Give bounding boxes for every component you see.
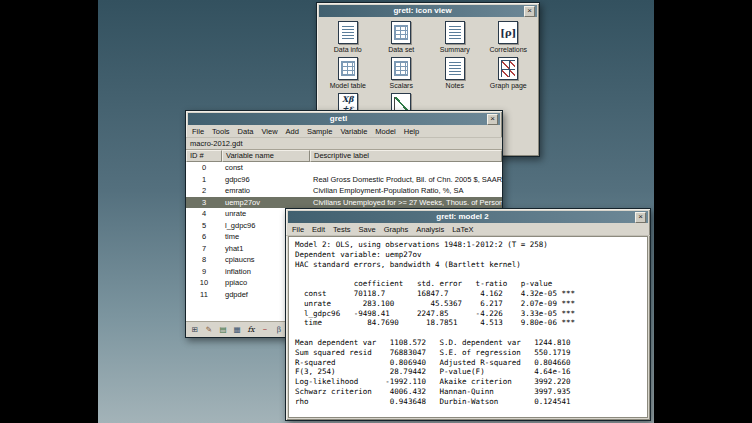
window-title: gretl: model 2: [290, 211, 635, 223]
menu-item[interactable]: File: [188, 126, 208, 137]
session-icon-grid: Data info Data set Summary Correlations …: [317, 17, 539, 118]
menu-item[interactable]: Sample: [303, 126, 336, 137]
session-icon-item[interactable]: Data info: [321, 21, 375, 54]
session-object-icon: [338, 57, 358, 80]
window-title: gretl: [190, 113, 487, 125]
session-icon-item[interactable]: Model table: [321, 57, 375, 90]
cell-id: 11: [186, 289, 222, 301]
icon-view-titlebar[interactable]: gretl: icon view ×: [319, 5, 537, 17]
toolbar-icon[interactable]: β: [273, 324, 285, 336]
cell-id: 8: [186, 254, 222, 266]
table-row[interactable]: 2 emratio Civilian Employment-Population…: [186, 185, 502, 197]
column-header-name[interactable]: Variable name: [222, 150, 310, 162]
menu-item[interactable]: Graphs: [380, 224, 413, 235]
menu-item[interactable]: Tests: [329, 224, 355, 235]
session-object-icon: [338, 21, 358, 44]
session-icon-label: Summary: [428, 46, 482, 54]
model-titlebar[interactable]: gretl: model 2 ×: [288, 211, 648, 223]
menu-item[interactable]: View: [257, 126, 281, 137]
cell-variable-name: uemp27ov: [222, 197, 310, 209]
session-icon-label: Data info: [321, 46, 375, 54]
screen: { "chrome": { "close": "×" }, "colors": …: [0, 0, 752, 423]
menu-item[interactable]: LaTeX: [448, 224, 477, 235]
main-titlebar[interactable]: gretl ×: [188, 113, 500, 125]
close-icon[interactable]: ×: [487, 114, 498, 125]
cell-descriptive-label: Civilians Unemployed for >= 27 Weeks, Th…: [310, 197, 502, 209]
cell-id: 10: [186, 277, 222, 289]
main-menubar: File Tools Data View Add Sample Variable…: [186, 125, 502, 138]
cell-id: 5: [186, 220, 222, 232]
column-header-id[interactable]: ID #: [186, 150, 222, 162]
model-output-text: Model 2: OLS, using observations 1948:1-…: [289, 237, 647, 410]
cell-id: 6: [186, 231, 222, 243]
model-window: gretl: model 2 × File Edit Tests Save Gr…: [285, 208, 651, 421]
toolbar-icon[interactable]: fx: [245, 324, 257, 336]
menu-item[interactable]: Help: [400, 126, 423, 137]
session-icon-item[interactable]: Correlations: [482, 21, 536, 54]
session-object-icon: [391, 21, 411, 44]
cell-id: 1: [186, 174, 222, 186]
cell-descriptive-label: [310, 162, 502, 174]
cell-id: 4: [186, 208, 222, 220]
table-row[interactable]: 0 const: [186, 162, 502, 174]
toolbar-icon[interactable]: ⊞: [189, 324, 201, 336]
menu-item[interactable]: Save: [355, 224, 380, 235]
cell-id: 7: [186, 243, 222, 255]
session-object-icon: [498, 57, 518, 80]
session-object-icon: [498, 21, 518, 44]
table-row[interactable]: 1 gdpc96 Real Gross Domestic Product, Bi…: [186, 174, 502, 186]
menu-item[interactable]: Data: [234, 126, 258, 137]
dataset-filename: macro-2012.gdt: [186, 138, 502, 150]
session-icon-item[interactable]: Graph page: [482, 57, 536, 90]
session-icon-label: Model table: [321, 82, 375, 90]
cell-id: 0: [186, 162, 222, 174]
cell-variable-name: emratio: [222, 185, 310, 197]
session-icon-item[interactable]: Data set: [375, 21, 429, 54]
session-icon-label: Notes: [428, 82, 482, 90]
session-icon-label: Graph page: [482, 82, 536, 90]
menu-item[interactable]: Tools: [208, 126, 234, 137]
session-icon-item[interactable]: Scalars: [375, 57, 429, 90]
window-title: gretl: icon view: [321, 5, 524, 17]
cell-id: 2: [186, 185, 222, 197]
cell-id: 9: [186, 266, 222, 278]
menu-item[interactable]: Analysis: [412, 224, 448, 235]
menu-item[interactable]: Model: [371, 126, 399, 137]
toolbar-icon[interactable]: ~: [259, 324, 271, 336]
cell-descriptive-label: Civilian Employment-Population Ratio, %,…: [310, 185, 502, 197]
menu-item[interactable]: File: [288, 224, 308, 235]
close-icon[interactable]: ×: [635, 212, 646, 223]
session-icon-item[interactable]: Summary: [428, 21, 482, 54]
session-icon-label: Scalars: [375, 82, 429, 90]
menu-item[interactable]: Variable: [336, 126, 371, 137]
session-object-icon: [445, 57, 465, 80]
toolbar-icon[interactable]: ✎: [203, 324, 215, 336]
cell-variable-name: gdpc96: [222, 174, 310, 186]
column-header-label[interactable]: Descriptive label: [310, 150, 502, 162]
toolbar-icon[interactable]: ▤: [217, 324, 229, 336]
cell-variable-name: const: [222, 162, 310, 174]
close-icon[interactable]: ×: [524, 6, 535, 17]
session-object-icon: [445, 21, 465, 44]
menu-item[interactable]: Add: [282, 126, 303, 137]
toolbar-icon[interactable]: ▦: [231, 324, 243, 336]
session-icon-label: Data set: [375, 46, 429, 54]
session-icon-item[interactable]: Notes: [428, 57, 482, 90]
cell-id: 3: [186, 197, 222, 209]
session-icon-label: Correlations: [482, 46, 536, 54]
model-output-area: Model 2: OLS, using observations 1948:1-…: [288, 236, 648, 418]
model-menubar: File Edit Tests Save Graphs Analysis LaT…: [286, 223, 650, 236]
menu-item[interactable]: Edit: [308, 224, 329, 235]
cell-descriptive-label: Real Gross Domestic Product, Bil. of Chn…: [310, 174, 502, 186]
session-object-icon: [391, 57, 411, 80]
table-row[interactable]: 3 uemp27ov Civilians Unemployed for >= 2…: [186, 197, 502, 209]
variable-table-header: ID # Variable name Descriptive label: [186, 150, 502, 162]
